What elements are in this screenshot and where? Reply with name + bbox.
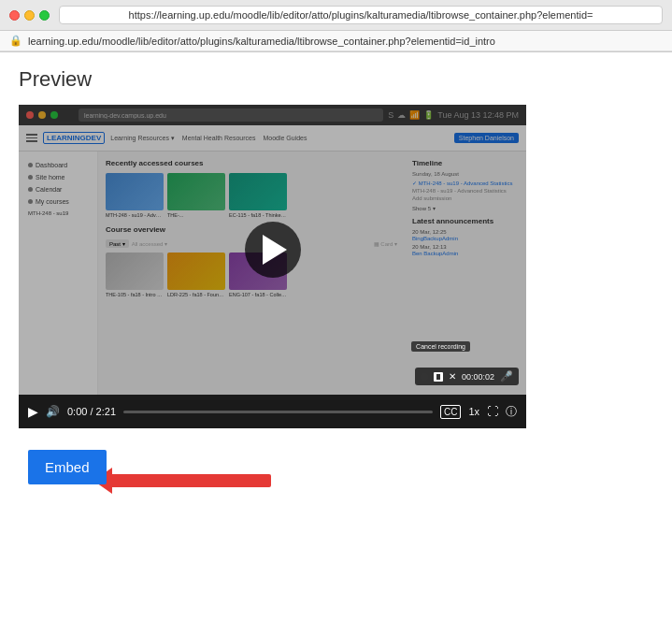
browser-titlebar: https://learning.up.edu/moodle/lib/edito…: [0, 0, 672, 31]
cc-button[interactable]: CC: [440, 405, 461, 419]
moodle-screenshot: learning-dev.campus.up.edu S ☁ 📶 🔋 Tue A…: [19, 105, 526, 395]
recording-controls: ✕ 00:00:02 🎤: [415, 368, 519, 385]
video-controls-bar: ▶ 🔊 0:00 / 2:21 CC 1x ⛶ ⓘ: [19, 395, 526, 428]
play-triangle-icon: [263, 235, 287, 265]
traffic-lights: [9, 10, 50, 21]
arrow-shaft: [112, 474, 271, 487]
rec-pause-button[interactable]: [434, 372, 443, 382]
speed-button[interactable]: 1x: [468, 406, 479, 417]
video-preview: learning-dev.campus.up.edu S ☁ 📶 🔋 Tue A…: [19, 105, 526, 428]
video-progress-bar[interactable]: [123, 411, 433, 413]
video-play-button[interactable]: ▶: [28, 404, 38, 419]
url-text: learning.up.edu/moodle/lib/editor/atto/p…: [28, 36, 495, 47]
rec-close-button[interactable]: ✕: [449, 371, 456, 382]
page-content: Preview learning-dev.campus.up.edu S ☁ 📶…: [0, 52, 672, 527]
volume-button[interactable]: 🔊: [46, 405, 60, 418]
close-button[interactable]: [9, 10, 20, 21]
rec-timer: 00:00:02: [462, 372, 494, 382]
rec-stop-button[interactable]: [421, 373, 428, 381]
url-bar: 🔒 learning.up.edu/moodle/lib/editor/atto…: [0, 31, 672, 51]
info-button[interactable]: ⓘ: [506, 404, 517, 420]
play-button-large[interactable]: [245, 222, 301, 278]
embed-button[interactable]: Embed: [28, 450, 107, 484]
lock-icon: 🔒: [9, 35, 22, 47]
page-title: Preview: [19, 67, 653, 92]
embed-section: Embed: [19, 438, 653, 512]
minimize-button[interactable]: [24, 10, 35, 21]
cancel-recording-tooltip: Cancel recording: [411, 341, 470, 352]
address-bar[interactable]: https://learning.up.edu/moodle/lib/edito…: [59, 6, 663, 24]
rec-mic-icon: 🎤: [500, 370, 513, 382]
maximize-button[interactable]: [39, 10, 50, 21]
arrow-indicator: [93, 468, 271, 494]
fullscreen-button[interactable]: ⛶: [487, 405, 498, 418]
browser-chrome: https://learning.up.edu/moodle/lib/edito…: [0, 0, 672, 52]
video-time: 0:00 / 2:21: [67, 406, 116, 417]
